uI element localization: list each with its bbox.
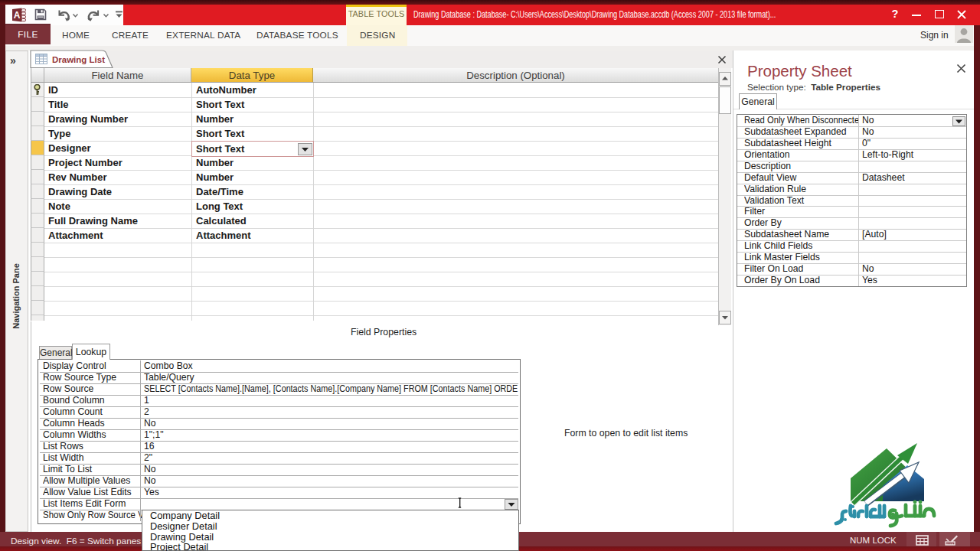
svg-text:A: A [14,10,21,21]
